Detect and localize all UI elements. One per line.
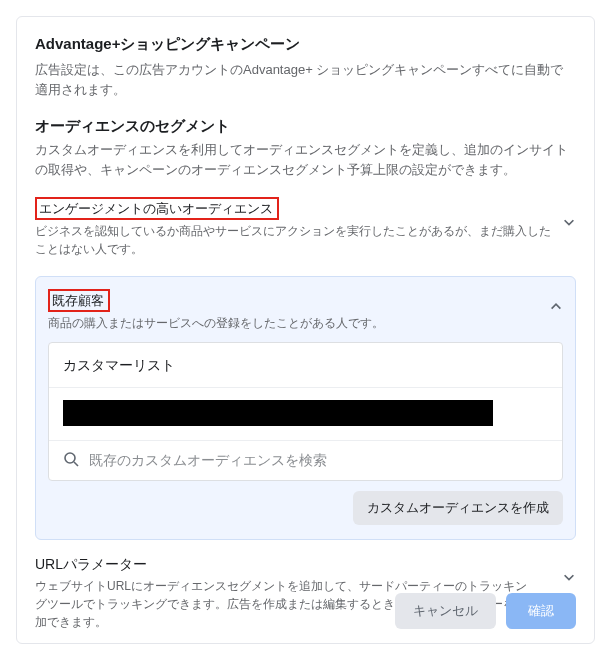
chevron-down-icon[interactable]	[562, 570, 576, 587]
cancel-button[interactable]: キャンセル	[395, 593, 496, 629]
existing-customers-header-row[interactable]: 既存顧客 商品の購入またはサービスへの登録をしたことがある人です。	[48, 289, 563, 332]
chevron-up-icon[interactable]	[549, 299, 563, 316]
svg-line-1	[74, 462, 78, 466]
chevron-down-icon[interactable]	[562, 215, 576, 232]
existing-customers-title: 既存顧客	[48, 289, 110, 312]
existing-customers-desc: 商品の購入またはサービスへの登録をしたことがある人です。	[48, 314, 539, 332]
engaged-audience-section[interactable]: エンゲージメントの高いオーディエンス ビジネスを認知しているか商品やサービスにア…	[35, 197, 576, 258]
customer-list-item-redacted	[63, 400, 493, 426]
audience-segment-desc: カスタムオーディエンスを利用してオーディエンスセグメントを定義し、追加のインサイ…	[35, 140, 576, 179]
existing-customers-section: 既存顧客 商品の購入またはサービスへの登録をしたことがある人です。 カスタマーリ…	[35, 276, 576, 540]
customer-list-card: カスタマーリスト	[48, 342, 563, 481]
confirm-button[interactable]: 確認	[506, 593, 576, 629]
svg-point-0	[65, 453, 75, 463]
dialog-footer: キャンセル 確認	[395, 593, 576, 629]
engaged-audience-desc: ビジネスを認知しているか商品やサービスにアクションを実行したことがあるが、まだ購…	[35, 222, 552, 258]
search-icon	[63, 451, 79, 470]
page-title: Advantage+ショッピングキャンペーン	[35, 35, 576, 54]
audience-segment-title: オーディエンスのセグメント	[35, 117, 576, 136]
dialog-panel: Advantage+ショッピングキャンペーン 広告設定は、この広告アカウントのA…	[16, 16, 595, 644]
page-desc: 広告設定は、この広告アカウントのAdvantage+ ショッピングキャンペーンす…	[35, 60, 576, 99]
engaged-audience-title: エンゲージメントの高いオーディエンス	[35, 197, 279, 220]
url-parameters-title: URLパラメーター	[35, 556, 552, 574]
customer-list-title: カスタマーリスト	[49, 343, 562, 388]
create-custom-audience-button[interactable]: カスタムオーディエンスを作成	[353, 491, 563, 525]
search-row	[49, 440, 562, 480]
search-input[interactable]	[89, 452, 548, 468]
